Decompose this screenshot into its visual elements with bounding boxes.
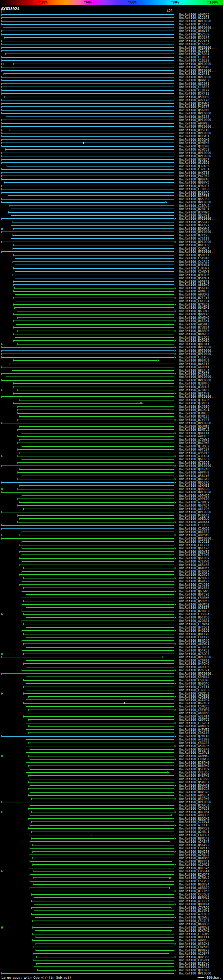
hit-bar[interactable] <box>2 812 3 813</box>
hit-bar[interactable] <box>31 832 174 832</box>
hit-bar[interactable] <box>23 624 174 624</box>
hit-bar[interactable] <box>26 607 174 608</box>
hit-bar[interactable] <box>26 683 174 684</box>
hit-bar[interactable] <box>26 752 174 753</box>
hit-bar[interactable] <box>2 103 174 104</box>
hit-bar[interactable] <box>13 255 174 256</box>
hit-bar[interactable] <box>26 729 174 730</box>
hit-bar[interactable] <box>19 469 174 470</box>
hit-bar[interactable] <box>33 960 174 961</box>
hit-bar[interactable] <box>26 700 174 700</box>
hit-bar[interactable] <box>2 347 174 348</box>
hit-bar[interactable] <box>23 643 174 644</box>
hit-bar[interactable] <box>2 357 174 358</box>
hit-bar[interactable] <box>28 788 174 789</box>
hit-bar[interactable] <box>26 660 174 661</box>
hit-bar[interactable] <box>30 759 174 760</box>
hit-bar[interactable] <box>2 30 174 31</box>
hit-bar[interactable] <box>30 792 174 792</box>
hit-bar[interactable] <box>19 426 174 427</box>
hit-bar[interactable] <box>2 482 174 483</box>
hit-bar[interactable] <box>2 169 174 170</box>
hit-bar[interactable] <box>22 630 174 631</box>
hit-bar[interactable] <box>2 110 174 111</box>
hit-bar[interactable] <box>2 156 174 156</box>
hit-bar[interactable] <box>22 620 174 621</box>
hit-bar[interactable] <box>30 835 174 835</box>
hit-bar[interactable] <box>23 663 174 664</box>
hit-bar[interactable] <box>2 350 174 351</box>
hit-bar[interactable] <box>2 146 174 147</box>
hit-bar[interactable] <box>31 907 172 908</box>
hit-bar[interactable] <box>33 947 174 947</box>
hit-bar[interactable] <box>26 762 174 763</box>
hit-bar[interactable] <box>28 756 174 756</box>
hit-bar[interactable] <box>19 565 174 565</box>
hit-bar[interactable] <box>14 288 174 288</box>
hit-bar[interactable] <box>13 314 174 315</box>
hit-bar[interactable] <box>15 264 174 265</box>
hit-bar[interactable] <box>23 509 174 509</box>
hit-bar[interactable] <box>2 344 3 345</box>
hit-bar[interactable] <box>2 119 174 120</box>
hit-bar[interactable] <box>18 390 174 390</box>
hit-bar[interactable] <box>18 344 174 345</box>
hit-bar[interactable] <box>22 446 174 447</box>
hit-bar[interactable] <box>2 51 174 51</box>
hit-bar[interactable] <box>2 179 174 180</box>
hit-bar[interactable] <box>19 545 174 546</box>
hit-bar[interactable] <box>18 489 174 490</box>
hit-bar[interactable] <box>26 637 174 638</box>
hit-bar[interactable] <box>22 650 174 651</box>
hit-bar[interactable] <box>2 528 174 529</box>
hit-bar[interactable] <box>22 541 174 542</box>
hit-bar[interactable] <box>35 943 174 944</box>
hit-bar[interactable] <box>13 222 174 223</box>
hit-bar[interactable] <box>11 225 174 226</box>
hit-bar[interactable] <box>34 897 174 898</box>
hit-bar[interactable] <box>28 828 174 829</box>
hit-bar[interactable] <box>13 403 141 404</box>
hit-bar[interactable] <box>2 492 174 493</box>
hit-bar[interactable] <box>18 472 174 473</box>
hit-bar[interactable] <box>11 208 174 209</box>
hit-bar[interactable] <box>2 90 174 91</box>
hit-bar[interactable] <box>31 812 174 813</box>
hit-bar[interactable] <box>2 693 3 694</box>
hit-bar[interactable] <box>2 136 174 137</box>
hit-bar[interactable] <box>2 24 174 25</box>
hit-bar[interactable] <box>13 327 174 328</box>
hit-bar[interactable] <box>19 518 174 519</box>
hit-bar[interactable] <box>23 601 174 601</box>
hit-bar[interactable] <box>18 462 174 463</box>
hit-bar[interactable] <box>30 868 174 869</box>
hit-bar[interactable] <box>2 175 174 176</box>
hit-bar[interactable] <box>19 584 174 585</box>
hit-bar[interactable] <box>18 449 174 450</box>
hit-bar[interactable] <box>2 390 3 390</box>
hit-bar[interactable] <box>30 815 172 816</box>
hit-bar[interactable] <box>18 442 174 443</box>
hit-bar[interactable] <box>11 215 174 216</box>
hit-bar[interactable] <box>5 149 174 150</box>
hit-bar[interactable] <box>2 34 174 35</box>
hit-bar[interactable] <box>18 522 174 522</box>
hit-bar[interactable] <box>32 934 174 934</box>
hit-bar[interactable] <box>30 848 174 849</box>
hit-bar[interactable] <box>2 186 174 186</box>
hit-bar[interactable] <box>2 162 174 163</box>
hit-bar[interactable] <box>30 785 174 786</box>
hit-bar[interactable] <box>9 130 174 130</box>
hit-bar[interactable] <box>34 891 174 891</box>
hit-bar[interactable] <box>2 123 174 124</box>
hit-bar[interactable] <box>23 703 174 704</box>
hit-bar[interactable] <box>11 238 174 239</box>
hit-bar[interactable] <box>2 21 174 22</box>
hit-bar[interactable] <box>2 466 174 466</box>
hit-bar[interactable] <box>2 232 174 232</box>
hit-bar[interactable] <box>23 587 174 588</box>
hit-bar[interactable] <box>22 495 174 496</box>
hit-bar[interactable] <box>30 861 172 862</box>
hit-bar[interactable] <box>34 910 174 911</box>
hit-bar[interactable] <box>2 380 174 381</box>
